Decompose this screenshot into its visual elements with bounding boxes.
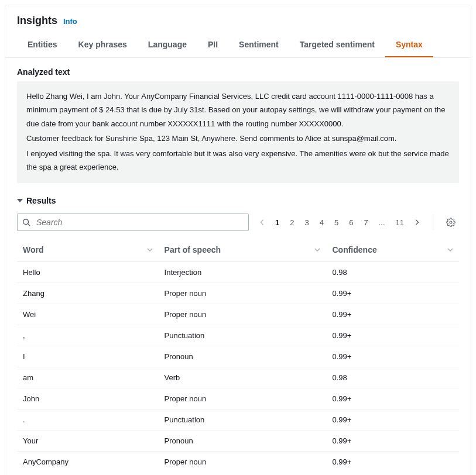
pager-page-7[interactable]: 7 (359, 216, 372, 229)
sort-icon (314, 245, 320, 254)
analyzed-paragraph: I enjoyed visiting the spa. It was very … (26, 147, 450, 174)
pager-page-2[interactable]: 2 (286, 216, 298, 229)
cell-pos: Pronoun (159, 346, 327, 367)
tabs: Entities Key phrases Language PII Sentim… (5, 33, 471, 58)
cell-pos: Interjection (159, 262, 327, 283)
search-wrap (17, 214, 249, 231)
pager-page-6[interactable]: 6 (345, 216, 357, 229)
column-header-conf-label: Confidence (332, 245, 376, 254)
cell-conf: 0.99+ (326, 409, 459, 431)
pager-page-3[interactable]: 3 (301, 216, 313, 229)
sort-icon (147, 245, 153, 254)
cell-conf: 0.99+ (326, 346, 459, 367)
table-row: HelloInterjection0.98 (17, 262, 459, 283)
cell-pos: Punctuation (159, 409, 327, 431)
cell-conf: 0.99+ (326, 325, 459, 346)
cell-conf: 0.98 (326, 367, 459, 388)
cell-pos: Proper noun (159, 452, 327, 473)
cell-word: Hello (17, 262, 159, 283)
column-header-conf[interactable]: Confidence (326, 238, 459, 262)
table-row: YourPronoun0.99+ (17, 431, 459, 452)
cell-word: Your (17, 431, 159, 452)
chevron-left-icon (258, 218, 266, 226)
svg-point-0 (23, 219, 29, 225)
sort-icon (447, 245, 453, 254)
pager-page-11[interactable]: 11 (392, 216, 408, 229)
panel-title: Insights (17, 15, 57, 26)
cell-conf: 0.98 (326, 262, 459, 283)
cell-pos: Pronoun (159, 431, 327, 452)
cell-conf: 0.99+ (326, 304, 459, 325)
cell-pos: Verb (159, 367, 327, 388)
cell-conf: 0.99+ (326, 452, 459, 473)
cell-conf: 0.99+ (326, 431, 459, 452)
panel-header: Insights Info (5, 5, 471, 33)
tab-syntax[interactable]: Syntax (385, 33, 433, 57)
cell-pos: Proper noun (159, 304, 327, 325)
search-input[interactable] (17, 214, 249, 231)
table-row: ,Punctuation0.99+ (17, 325, 459, 346)
chevron-right-icon (413, 218, 421, 226)
table-row: AnyCompanyProper noun0.99+ (17, 452, 459, 473)
svg-point-2 (450, 221, 452, 223)
column-header-word-label: Word (23, 245, 44, 254)
results-table: Word Part of speech Confidence HelloInte… (17, 238, 459, 472)
svg-line-1 (28, 224, 30, 226)
cell-word: Zhang (17, 283, 159, 304)
cell-pos: Proper noun (159, 283, 327, 304)
analyzed-text-box: Hello Zhang Wei, I am John. Your AnyComp… (17, 81, 459, 183)
column-header-pos-label: Part of speech (165, 245, 221, 254)
cell-pos: Punctuation (159, 325, 327, 346)
separator (433, 215, 433, 230)
tab-entities[interactable]: Entities (17, 33, 68, 57)
tab-key-phrases[interactable]: Key phrases (68, 33, 138, 57)
caret-down-icon (17, 199, 23, 202)
search-icon (22, 218, 30, 226)
column-header-pos[interactable]: Part of speech (159, 238, 327, 262)
cell-word: am (17, 367, 159, 388)
settings-button[interactable] (443, 214, 459, 231)
cell-word: . (17, 409, 159, 431)
cell-pos: Proper noun (159, 388, 327, 409)
cell-word: , (17, 325, 159, 346)
results-heading: Results (26, 196, 56, 205)
pager-page-1[interactable]: 1 (271, 216, 283, 229)
cell-conf: 0.99+ (326, 388, 459, 409)
table-row: amVerb0.98 (17, 367, 459, 388)
table-row: .Punctuation0.99+ (17, 409, 459, 431)
tab-language[interactable]: Language (138, 33, 197, 57)
cell-word: John (17, 388, 159, 409)
column-header-word[interactable]: Word (17, 238, 159, 262)
analyzed-paragraph: Customer feedback for Sunshine Spa, 123 … (26, 132, 450, 145)
pager-next[interactable] (410, 216, 423, 229)
pager-page-5[interactable]: 5 (330, 216, 343, 229)
results-toggle[interactable]: Results (17, 196, 459, 205)
table-row: WeiProper noun0.99+ (17, 304, 459, 325)
analyzed-text-heading: Analyzed text (17, 67, 459, 77)
tab-pii[interactable]: PII (197, 33, 228, 57)
cell-word: AnyCompany (17, 452, 159, 473)
insights-panel: Insights Info Entities Key phrases Langu… (5, 5, 471, 475)
pager-page-4[interactable]: 4 (316, 216, 328, 229)
analyzed-paragraph: Hello Zhang Wei, I am John. Your AnyComp… (26, 90, 450, 130)
cell-conf: 0.99+ (326, 283, 459, 304)
info-link[interactable]: Info (63, 17, 77, 26)
table-row: ZhangProper noun0.99+ (17, 283, 459, 304)
table-row: IPronoun0.99+ (17, 346, 459, 367)
cell-word: I (17, 346, 159, 367)
cell-word: Wei (17, 304, 159, 325)
table-row: JohnProper noun0.99+ (17, 388, 459, 409)
table-header-row: Word Part of speech Confidence (17, 238, 459, 262)
results-toolbar: 1 2 3 4 5 6 7 ... 11 (17, 214, 459, 231)
tab-targeted-sentiment[interactable]: Targeted sentiment (289, 33, 385, 57)
tab-sentiment[interactable]: Sentiment (228, 33, 289, 57)
pager-ellipsis: ... (375, 216, 389, 229)
gear-icon (446, 218, 456, 227)
content: Analyzed text Hello Zhang Wei, I am John… (5, 58, 471, 475)
pager: 1 2 3 4 5 6 7 ... 11 (256, 214, 423, 231)
pager-prev[interactable] (256, 216, 269, 229)
